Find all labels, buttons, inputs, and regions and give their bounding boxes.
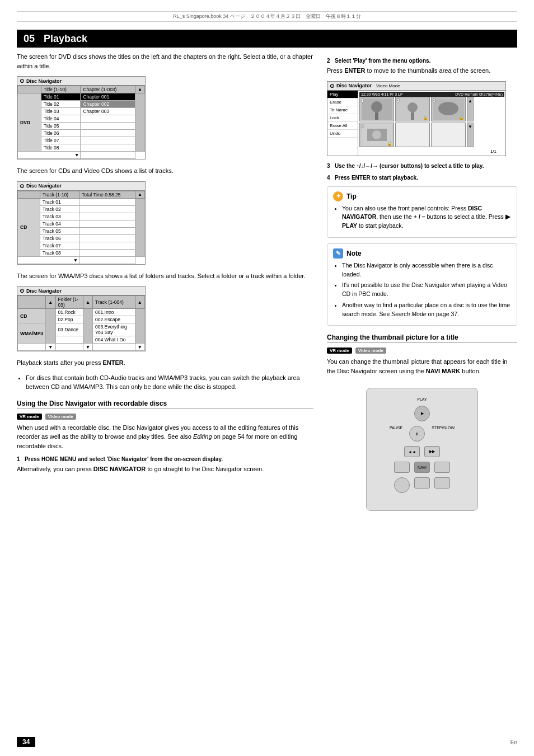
- thumb-num-2: 2: [397, 98, 399, 103]
- page-container: RL_s Singapore.book 34 ページ ２００４年４月２３日 金曜…: [0, 0, 534, 756]
- dvd-title03: Title 03: [41, 108, 81, 115]
- menu-item-titname[interactable]: Tit Name: [327, 106, 358, 114]
- footer-lang: En: [510, 739, 517, 745]
- svg-rect-2: [375, 112, 378, 120]
- bullet-cd-audio: For discs that contain both CD-Audio tra…: [26, 373, 313, 392]
- navi-mark-button[interactable]: NAVI: [414, 462, 430, 473]
- step-fwd-button[interactable]: ▶▶: [424, 446, 440, 457]
- step3-heading: 3 Use the ↑/↓/←/→ (cursor buttons) to se…: [327, 163, 517, 169]
- nav-circle-1[interactable]: [394, 477, 410, 493]
- remote-play-area: PLAY ▶: [414, 397, 430, 424]
- nav-btn-3[interactable]: [434, 462, 450, 473]
- badge-vr2: VR mode: [327, 348, 352, 354]
- status-dvd-remain: DVD Remain 0h37m(FINE): [455, 92, 503, 96]
- thumbnail-4: 4 🔒: [359, 123, 394, 147]
- dvd-title06: Title 06: [41, 130, 81, 137]
- remote-btn-row-stepslowbtn: ◄◄ ▶▶: [404, 446, 440, 457]
- wma-label-header: [18, 296, 46, 309]
- step-back-button[interactable]: ◄◄: [404, 446, 420, 457]
- empty: [79, 249, 135, 256]
- empty: [79, 220, 135, 227]
- empty: [81, 115, 135, 123]
- intro-cd-text: The screen for CDs and Video CDs shows a…: [17, 166, 313, 176]
- empty: [81, 123, 135, 130]
- wma-navigator-titlebar: ⊙ Disc Navigator: [17, 287, 145, 295]
- thumb-lock-3: 🔒: [458, 115, 464, 120]
- empty: [81, 130, 135, 137]
- dvd-title01: Title 01: [41, 93, 81, 101]
- video-navigator-titlebar: ⊙ Disc Navigator Video Mode: [327, 82, 505, 91]
- menu-item-undo[interactable]: Undo: [327, 130, 358, 138]
- empty: [93, 344, 135, 351]
- svg-point-7: [438, 102, 458, 115]
- recordable-text: When used with a recordable disc, the Di…: [17, 423, 313, 451]
- wma-scroll-down3: ▼: [135, 344, 144, 351]
- cd-track08: Track 08: [40, 249, 79, 256]
- video-thumbnails-area: 12:30 Wed 4/11 Pr 3 LP DVD Remain 0h37m(…: [358, 91, 505, 156]
- note-bullet-3: Another way to find a particular place o…: [342, 301, 511, 319]
- thumbs-scroll-bar-2: ▼: [467, 123, 474, 147]
- dvd-navigator-table: Title (1-10) Chapter (1-003) ▲ DVD Title…: [17, 86, 145, 159]
- nav-btn-end[interactable]: [434, 477, 450, 489]
- thumbnail-1: 1: [359, 97, 394, 121]
- menu-item-play[interactable]: Play: [327, 91, 358, 98]
- empty: [81, 137, 135, 144]
- cd-scroll-bar: [135, 198, 145, 256]
- nav-btn-1[interactable]: [394, 462, 410, 473]
- remote-btn-row-4: [394, 477, 450, 493]
- wma-navigator-table: ▲ Folder (1-03) ▲ Track (1-004) ▲ CD 01.…: [17, 295, 145, 351]
- dvd-chapter003: Chapter 003: [81, 108, 135, 115]
- wma-scroll-bar1: [46, 309, 55, 344]
- tip-label: Tip: [346, 191, 357, 201]
- badge-video: Video mode: [45, 414, 76, 420]
- playback-text: Playback starts after you press ENTER.: [17, 358, 313, 368]
- wma-track-header: Track (1-004): [93, 296, 135, 309]
- cd-col2-header: Total Time 0.58.25: [79, 191, 135, 198]
- dvd-title08: Title 08: [41, 144, 81, 152]
- video-navigator-screenshot: ⊙ Disc Navigator Video Mode Play Erase T…: [327, 81, 506, 156]
- nav-btn-mid[interactable]: [414, 477, 430, 489]
- disc-icon-wma: ⊙: [20, 288, 24, 294]
- wma-scroll-up3: ▲: [135, 296, 144, 309]
- svg-rect-5: [411, 112, 414, 120]
- cd-navigator-table: Track (1-10) Total Time 0.58.25 ▲ CD Tra…: [17, 191, 145, 264]
- pause-button[interactable]: ⏸: [409, 426, 425, 442]
- menu-item-eraseall[interactable]: Erase All: [327, 122, 358, 130]
- thumbnail-3: 3 🔒: [431, 97, 466, 121]
- dvd-scroll-down-row: ▼: [18, 152, 81, 159]
- step1-heading: 1 Press HOME MENU and select 'Disc Navig…: [17, 456, 313, 462]
- stepslowlabel: STEP/SLOW: [432, 426, 455, 442]
- dvd-title04: Title 04: [41, 115, 81, 123]
- cd-navigator-titlebar: ⊙ Disc Navigator: [17, 182, 145, 191]
- empty: [79, 256, 135, 264]
- dvd-label: DVD: [18, 93, 41, 152]
- thumb-lock-4: 🔒: [387, 141, 392, 146]
- video-mode-label: Video Mode: [376, 83, 400, 88]
- dvd-navigator-titlebar: ⊙ Disc Navigator: [17, 77, 145, 86]
- tip-box: ✦ Tip You can also use the front panel c…: [327, 186, 517, 238]
- step1-alt: Alternatively, you can press DISC NAVIGA…: [17, 464, 313, 474]
- remote-btn-row-3: NAVI: [394, 462, 450, 473]
- cd-col1-header: Track (1-10): [40, 191, 79, 198]
- menu-item-lock[interactable]: Lock: [327, 114, 358, 122]
- empty: [79, 242, 135, 249]
- page-number: 34: [17, 737, 35, 747]
- remote-btn-row-pause: PAUSE ⏸ STEP/SLOW: [390, 426, 455, 442]
- cd-track07: Track 07: [40, 242, 79, 249]
- note-bullet-2: It's not possible to use the Disc Naviga…: [342, 281, 511, 299]
- cd-navigator-screenshot: ⊙ Disc Navigator Track (1-10) Total Time…: [17, 181, 146, 265]
- cd-navigator-title: Disc Navigator: [26, 183, 62, 189]
- table-row: ▼: [18, 256, 145, 264]
- pause-label: PAUSE: [390, 426, 402, 442]
- dvd-col1-header: Title (1-10): [41, 86, 81, 93]
- dvd-navigator-screenshot: ⊙ Disc Navigator Title (1-10) Chapter (1…: [17, 76, 146, 159]
- disc-icon-cd: ⊙: [20, 183, 24, 189]
- menu-item-erase[interactable]: Erase: [327, 98, 358, 106]
- empty: [55, 336, 83, 344]
- empty: [79, 198, 135, 205]
- top-meta: RL_s Singapore.book 34 ページ ２００４年４月２３日 金曜…: [17, 11, 517, 22]
- note-bullet-1: The Disc Navigator is only accessible wh…: [342, 261, 511, 279]
- play-button[interactable]: ▶: [414, 406, 430, 421]
- thumbnail-empty2: [431, 123, 466, 147]
- remote-btn-row-1: ▶: [414, 406, 430, 421]
